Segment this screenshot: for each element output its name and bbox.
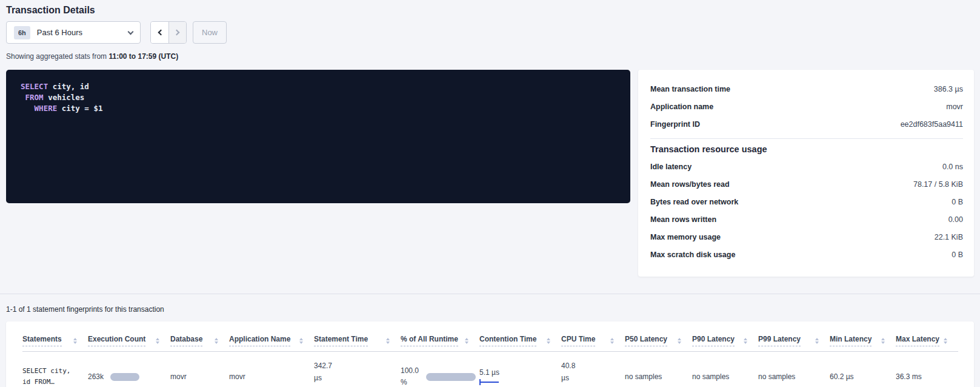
summary-row: Idle latency 0.0 ns <box>650 158 963 175</box>
table-row: SELECT city,id FROM… 263k movr movr 342.… <box>22 352 958 387</box>
summary-row-label: Max memory usage <box>650 233 721 241</box>
sort-icon <box>881 338 885 344</box>
sort-icon <box>465 338 468 344</box>
sort-icon <box>156 338 159 344</box>
sort-icon <box>547 338 550 344</box>
column-header-statements[interactable]: Statements <box>22 329 88 352</box>
execution-count-bar <box>110 373 139 381</box>
summary-row-label: Application name <box>650 103 713 111</box>
sort-icon <box>299 338 303 344</box>
statement-link[interactable]: SELECT city,id FROM… <box>22 366 84 387</box>
time-range-label: Past 6 Hours <box>37 28 128 37</box>
summary-row-value: 0 B <box>952 251 963 259</box>
cell-application-name: movr <box>229 352 314 387</box>
transaction-summary-card: Mean transaction time 386.3 µs Applicati… <box>638 70 974 277</box>
table-header-row: Statements Execution Count Database Appl… <box>22 329 958 352</box>
summary-row: Mean rows written 0.00 <box>650 210 963 228</box>
next-time-button[interactable] <box>168 22 186 43</box>
summary-row-label: Mean transaction time <box>650 85 730 93</box>
time-range-badge: 6h <box>14 26 30 39</box>
runtime-bar <box>426 373 476 381</box>
summary-row-value: ee2df683f5aa9411 <box>901 120 963 129</box>
column-header-min-latency[interactable]: Min Latency <box>830 329 896 352</box>
sort-icon <box>744 338 747 344</box>
summary-row-label: Mean rows/bytes read <box>650 180 730 189</box>
summary-row: Application name movr <box>650 98 963 115</box>
sql-keyword: FROM <box>25 93 44 102</box>
sql-statement-box: SELECT city, id FROM vehicles WHERE city… <box>6 70 630 203</box>
summary-row-value: movr <box>946 103 963 111</box>
chevron-right-icon <box>174 30 180 36</box>
page-title: Transaction Details <box>6 5 974 16</box>
summary-row: Fingerprint ID ee2df683f5aa9411 <box>650 115 963 133</box>
summary-row-label: Idle latency <box>650 163 692 171</box>
cell-contention-time: 5.1 µs <box>479 352 561 387</box>
summary-row: Max scratch disk usage 0 B <box>650 246 963 263</box>
column-header-p90-latency[interactable]: P90 Latency <box>692 329 758 352</box>
summary-row-value: 0.00 <box>948 215 963 224</box>
summary-row-value: 386.3 µs <box>934 85 963 93</box>
cell-statement: SELECT city,id FROM… <box>22 352 88 387</box>
main-content: SELECT city, id FROM vehicles WHERE city… <box>6 70 974 277</box>
sort-icon <box>678 338 681 344</box>
chevron-left-icon <box>158 30 164 36</box>
summary-divider <box>650 138 963 139</box>
column-header-cpu-time[interactable]: CPU Time <box>561 329 625 352</box>
time-range-picker[interactable]: 6h Past 6 Hours <box>6 21 141 44</box>
section-divider <box>0 294 980 294</box>
statements-table: Statements Execution Count Database Appl… <box>22 329 958 387</box>
resource-usage-title: Transaction resource usage <box>650 144 963 154</box>
sql-keyword: SELECT <box>21 82 48 91</box>
stats-line-range: 11:00 to 17:59 (UTC) <box>108 52 178 61</box>
time-controls: 6h Past 6 Hours Now <box>6 21 974 44</box>
summary-row-label: Fingerprint ID <box>650 120 700 129</box>
cell-min-latency: 60.2 µs <box>830 352 896 387</box>
column-header-application-name[interactable]: Application Name <box>229 329 314 352</box>
stats-line-prefix: Showing aggregated stats from <box>6 52 107 61</box>
cell-p90-latency: no samples <box>692 352 758 387</box>
summary-row-value: 0.0 ns <box>942 163 963 171</box>
sort-icon <box>610 338 614 344</box>
column-header-statement-time[interactable]: Statement Time <box>314 329 401 352</box>
column-header-p99-latency[interactable]: P99 Latency <box>758 329 830 352</box>
summary-row: Max memory usage 22.1 KiB <box>650 228 963 246</box>
now-button[interactable]: Now <box>193 21 227 44</box>
prev-time-button[interactable] <box>151 22 168 43</box>
column-header-p50-latency[interactable]: P50 Latency <box>625 329 692 352</box>
summary-row-label: Bytes read over network <box>650 198 738 206</box>
sort-icon <box>73 338 77 344</box>
sort-icon <box>944 338 947 344</box>
column-header-database[interactable]: Database <box>170 329 229 352</box>
cell-p99-latency: no samples <box>758 352 830 387</box>
summary-row-value: 22.1 KiB <box>935 233 963 241</box>
summary-row-value: 78.17 / 5.8 KiB <box>913 180 963 189</box>
column-header-contention-time[interactable]: Contention Time <box>479 329 561 352</box>
contention-time-bar <box>479 379 501 386</box>
statements-table-card: Statements Execution Count Database Appl… <box>6 321 974 387</box>
column-header-execution-count[interactable]: Execution Count <box>88 329 170 352</box>
sort-icon <box>386 338 390 344</box>
column-header-runtime-pct[interactable]: % of All Runtime <box>401 329 479 352</box>
column-header-max-latency[interactable]: Max Latency <box>896 329 958 352</box>
chevron-down-icon <box>128 29 134 35</box>
cell-runtime-pct: 100.0% <box>401 352 479 387</box>
transaction-details-page: Transaction Details 6h Past 6 Hours Now … <box>0 0 980 387</box>
time-nav-group <box>150 21 187 44</box>
sql-line: WHERE city = $1 <box>21 103 616 114</box>
cell-database: movr <box>170 352 229 387</box>
summary-row: Mean rows/bytes read 78.17 / 5.8 KiB <box>650 175 963 193</box>
summary-row: Bytes read over network 0 B <box>650 193 963 210</box>
sql-line: FROM vehicles <box>21 92 616 103</box>
cell-cpu-time: 40.8µs <box>561 352 625 387</box>
summary-row-label: Max scratch disk usage <box>650 251 735 259</box>
cell-max-latency: 36.3 ms <box>896 352 958 387</box>
cell-execution-count: 263k <box>88 352 170 387</box>
aggregated-stats-line: Showing aggregated stats from 11:00 to 1… <box>6 52 974 61</box>
sort-icon <box>815 338 819 344</box>
summary-row-value: 0 B <box>952 198 963 206</box>
cell-p50-latency: no samples <box>625 352 692 387</box>
sql-keyword: WHERE <box>35 104 58 113</box>
summary-row: Mean transaction time 386.3 µs <box>650 80 963 98</box>
sql-line: SELECT city, id <box>21 81 616 92</box>
sort-icon <box>215 338 218 344</box>
